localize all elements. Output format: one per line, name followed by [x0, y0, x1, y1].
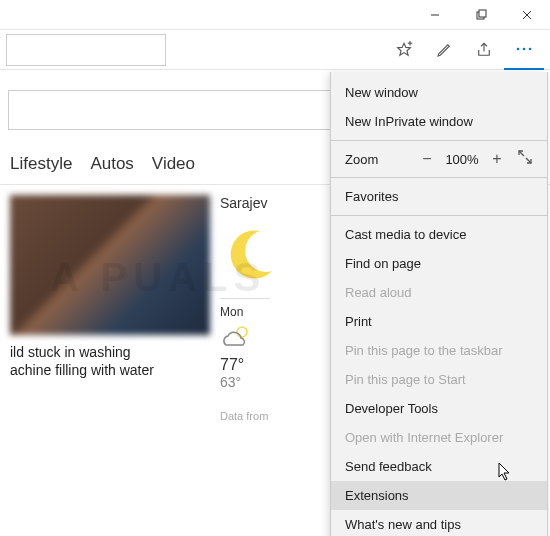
menu-new-inprivate[interactable]: New InPrivate window — [331, 107, 547, 136]
maximize-button[interactable] — [458, 0, 504, 30]
svg-point-7 — [517, 47, 520, 50]
menu-cast[interactable]: Cast media to device — [331, 220, 547, 249]
zoom-label: Zoom — [345, 152, 411, 167]
window-titlebar — [0, 0, 550, 30]
data-from-label: Data from — [220, 410, 280, 422]
menu-open-ie: Open with Internet Explorer — [331, 423, 547, 452]
svg-point-10 — [237, 327, 247, 337]
menu-feedback[interactable]: Send feedback — [331, 452, 547, 481]
weather-card[interactable]: Sarajev Mon 77° 63° Data from — [220, 195, 280, 422]
weather-city: Sarajev — [220, 195, 280, 211]
cloud-sun-icon — [220, 323, 254, 349]
share-icon[interactable] — [464, 30, 504, 70]
menu-favorites[interactable]: Favorites — [331, 182, 547, 211]
menu-pin-start: Pin this page to Start — [331, 365, 547, 394]
menu-new-window[interactable]: New window — [331, 78, 547, 107]
menu-extensions[interactable]: Extensions — [331, 481, 547, 510]
zoom-in-button[interactable]: + — [485, 150, 509, 168]
svg-point-8 — [523, 47, 526, 50]
close-button[interactable] — [504, 0, 550, 30]
menu-read-aloud: Read aloud — [331, 278, 547, 307]
tab-autos[interactable]: Autos — [90, 154, 133, 174]
zoom-out-button[interactable]: − — [415, 150, 439, 168]
more-menu: New window New InPrivate window Zoom − 1… — [330, 72, 548, 536]
address-input[interactable] — [6, 34, 166, 66]
svg-rect-2 — [479, 10, 486, 17]
temp-low: 63° — [220, 374, 280, 390]
browser-toolbar — [0, 30, 550, 70]
menu-whats-new[interactable]: What's new and tips — [331, 510, 547, 536]
more-menu-button[interactable] — [504, 30, 544, 70]
menu-find[interactable]: Find on page — [331, 249, 547, 278]
menu-pin-taskbar: Pin this page to the taskbar — [331, 336, 547, 365]
menu-dev-tools[interactable]: Developer Tools — [331, 394, 547, 423]
zoom-value: 100% — [443, 152, 481, 167]
menu-print[interactable]: Print — [331, 307, 547, 336]
web-note-icon[interactable] — [424, 30, 464, 70]
address-bar[interactable] — [6, 34, 166, 66]
tab-lifestyle[interactable]: Lifestyle — [10, 154, 72, 174]
add-favorite-icon[interactable] — [384, 30, 424, 70]
temp-high: 77° — [220, 356, 280, 374]
menu-zoom-row: Zoom − 100% + — [331, 145, 547, 173]
tab-video[interactable]: Video — [152, 154, 195, 174]
fullscreen-button[interactable] — [513, 150, 537, 168]
weather-day: Mon — [220, 305, 280, 319]
cursor-icon — [498, 462, 512, 482]
svg-point-9 — [529, 47, 532, 50]
news-headline: ild stuck in washing achine filling with… — [10, 343, 210, 379]
news-card[interactable]: ild stuck in washing achine filling with… — [10, 195, 210, 422]
minimize-button[interactable] — [412, 0, 458, 30]
moon-icon — [220, 223, 280, 283]
news-thumbnail — [10, 195, 210, 335]
